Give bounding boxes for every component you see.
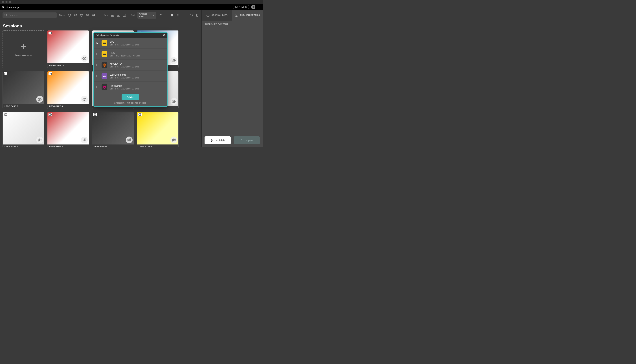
svg-rect-22 xyxy=(177,14,178,14)
profile-checkbox[interactable] xyxy=(96,75,99,78)
profile-name: PNG xyxy=(110,52,164,54)
image-type-icon xyxy=(93,113,97,116)
app-header: Session manager 475/500 KK xyxy=(0,4,263,10)
close-traffic-light[interactable] xyxy=(2,1,4,3)
hidden-badge-icon xyxy=(36,96,43,103)
svg-line-2 xyxy=(6,16,7,16)
status-hidden-icon[interactable] xyxy=(74,13,78,17)
details-panel: SESSION INFO PUBLISH DETAILS PUBLISHED C… xyxy=(202,10,263,147)
rocket-icon xyxy=(211,139,214,142)
profile-meta: StillJPG1500×1500All Stills xyxy=(110,44,164,46)
hidden-badge-icon xyxy=(81,55,88,62)
search-icon xyxy=(4,14,7,16)
svg-rect-23 xyxy=(178,14,178,14)
grid-large-icon[interactable] xyxy=(170,13,174,17)
profile-row[interactable]: Prestashop StillJPG1500×1500All Stills xyxy=(94,82,167,92)
session-card[interactable]: LEGO CARS 3 xyxy=(92,112,134,147)
open-button[interactable]: Open xyxy=(234,136,260,144)
profile-row[interactable]: MAGENTO StillJPG1500×1500All Stills xyxy=(94,60,167,71)
svg-point-44 xyxy=(5,73,5,74)
modal-header: Select profiles for publish ✕ xyxy=(94,33,167,38)
profile-meta: StillJPG1500×1500All Stills xyxy=(110,77,164,79)
profile-row[interactable]: PNG StillPNG1500×1500All Stills xyxy=(94,49,167,60)
type-spin-icon[interactable] xyxy=(117,13,120,17)
publish-button[interactable]: Publish xyxy=(204,136,231,144)
image-type-icon xyxy=(48,113,52,116)
status-all-icon[interactable] xyxy=(68,13,71,17)
profile-name: WooCommerce xyxy=(110,74,164,76)
image-type-icon xyxy=(138,113,142,116)
profile-meta: StillJPG1500×1500All Stills xyxy=(110,66,164,68)
tab-publish-details[interactable]: PUBLISH DETAILS xyxy=(232,10,263,20)
session-card[interactable]: LEGO CARS 8 xyxy=(47,71,89,109)
tab-session-info[interactable]: SESSION INFO xyxy=(202,10,232,20)
sort-direction-button[interactable] xyxy=(159,13,162,17)
svg-rect-19 xyxy=(172,14,173,15)
image-type-icon xyxy=(48,72,52,75)
profile-row[interactable]: JPG StillJPG1500×1500All Stills xyxy=(94,38,167,49)
profile-icon xyxy=(102,51,107,57)
svg-point-64 xyxy=(50,114,50,114)
svg-rect-77 xyxy=(208,15,208,16)
svg-point-1 xyxy=(5,14,6,16)
modal-close-button[interactable]: ✕ xyxy=(163,34,165,37)
session-card[interactable]: LEGO CARS 4 xyxy=(47,112,89,147)
session-thumbnail xyxy=(48,112,89,144)
session-card[interactable]: LEGO CARS 2 xyxy=(137,112,178,147)
new-session-card[interactable]: + New session xyxy=(2,30,44,68)
status-visible-icon[interactable] xyxy=(86,13,89,17)
profile-row[interactable]: WOO WooCommerce StillJPG1500×1500All Sti… xyxy=(94,71,167,82)
credits-badge[interactable]: 475/500 xyxy=(233,5,249,9)
image-type-icon xyxy=(4,113,8,116)
session-card-label: LEGO CARS 9 xyxy=(3,104,44,109)
session-card-label: LEGO CARS 3 xyxy=(92,144,134,147)
search-input[interactable] xyxy=(2,12,57,18)
modal-publish-button[interactable]: Publish xyxy=(122,94,140,100)
minimize-traffic-light[interactable] xyxy=(6,1,8,3)
profile-icon xyxy=(102,62,107,68)
session-thumbnail xyxy=(92,112,134,144)
menu-button[interactable] xyxy=(257,6,260,8)
zoom-traffic-light[interactable] xyxy=(9,1,11,3)
svg-point-76 xyxy=(208,14,208,15)
profile-icon xyxy=(102,84,107,90)
session-thumbnail xyxy=(48,71,89,104)
hidden-badge-icon xyxy=(81,96,88,103)
svg-point-68 xyxy=(94,114,95,114)
coins-icon xyxy=(235,6,238,8)
user-avatar[interactable]: KK xyxy=(251,5,256,9)
grid-small-icon[interactable] xyxy=(176,13,180,17)
hidden-badge-icon xyxy=(126,136,132,144)
profile-checkbox[interactable] xyxy=(96,86,99,88)
svg-rect-26 xyxy=(178,15,178,16)
profile-meta: StillPNG1500×1500All Stills xyxy=(110,55,164,57)
status-pending-icon[interactable] xyxy=(80,13,83,17)
profile-list[interactable]: JPG StillJPG1500×1500All Stills PNG Stil… xyxy=(94,38,167,92)
app-title: Session manager xyxy=(2,6,20,8)
published-content-title: PUBLISHED CONTENT xyxy=(202,20,263,28)
profile-checkbox[interactable] xyxy=(96,53,99,56)
profile-icon: WOO xyxy=(102,73,107,79)
svg-point-9 xyxy=(87,14,88,16)
svg-point-16 xyxy=(118,15,119,16)
search-field[interactable] xyxy=(9,14,55,16)
sort-select[interactable]: Creation date xyxy=(138,12,156,18)
svg-rect-78 xyxy=(103,42,106,44)
trash-icon[interactable] xyxy=(196,13,199,17)
svg-rect-24 xyxy=(178,14,179,14)
session-card[interactable]: LEGO CARS 9 xyxy=(2,71,44,109)
svg-rect-30 xyxy=(178,16,179,16)
rocket-icon xyxy=(235,14,238,17)
session-card[interactable]: LEGO CARS 12 xyxy=(47,30,89,68)
profile-checkbox[interactable] xyxy=(96,42,99,44)
status-alert-icon[interactable] xyxy=(92,13,95,17)
svg-point-82 xyxy=(103,86,106,88)
type-video-icon[interactable] xyxy=(123,13,126,17)
profile-checkbox[interactable] xyxy=(96,64,99,66)
profile-name: Prestashop xyxy=(110,84,164,87)
type-image-icon[interactable] xyxy=(111,13,114,17)
hidden-badge-icon xyxy=(170,57,177,64)
refresh-icon[interactable] xyxy=(190,13,193,17)
svg-rect-81 xyxy=(103,53,106,54)
session-card[interactable]: LEGO CARS 5 xyxy=(2,112,44,147)
